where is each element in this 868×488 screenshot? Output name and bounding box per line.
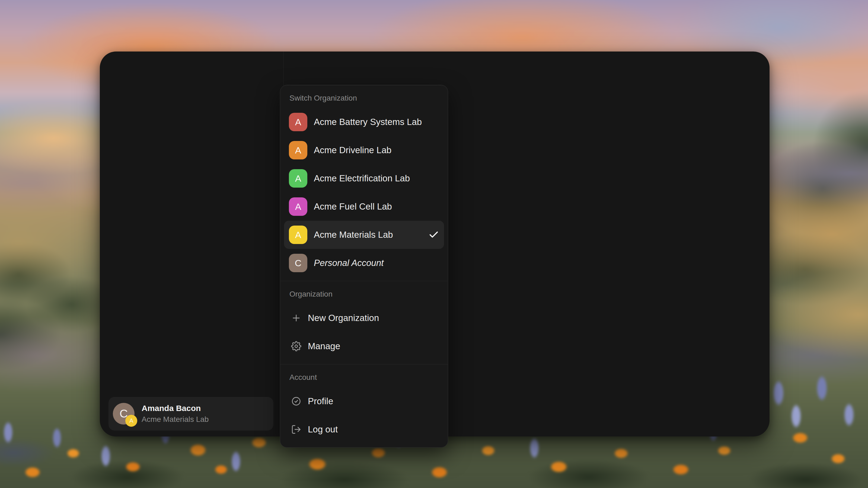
menu-item-acme-electrification-lab[interactable]: A Acme Electrification Lab: [284, 164, 444, 193]
gear-icon: [291, 341, 301, 351]
section-header: Account: [284, 369, 444, 387]
user-avatar: C A: [113, 403, 134, 425]
organization-menu: Switch Organization A Acme Battery Syste…: [280, 85, 448, 448]
section-organization: Organization New Organization Manage: [280, 281, 448, 364]
section-header: Switch Organization: [284, 90, 444, 108]
user-name: Amanda Bacon: [142, 404, 209, 413]
menu-item-manage[interactable]: Manage: [284, 332, 444, 360]
user-info: Amanda Bacon Acme Materials Lab: [142, 404, 209, 424]
org-avatar: A: [289, 169, 307, 188]
org-avatar: C: [289, 254, 307, 272]
org-badge-letter: A: [129, 417, 133, 424]
menu-item-label: New Organization: [308, 313, 379, 323]
menu-item-label: Manage: [308, 341, 340, 351]
section-header: Organization: [284, 286, 444, 304]
menu-item-label: Acme Electrification Lab: [314, 173, 410, 184]
menu-item-acme-materials-lab[interactable]: A Acme Materials Lab: [284, 221, 444, 249]
org-badge: A: [125, 415, 137, 427]
menu-item-label: Profile: [308, 396, 333, 406]
org-avatar: A: [289, 197, 307, 216]
log-out-icon: [291, 424, 301, 434]
org-avatar-letter: A: [295, 201, 301, 212]
org-avatar-letter: A: [295, 145, 301, 156]
org-avatar-letter: A: [295, 230, 301, 240]
menu-item-label: Acme Materials Lab: [314, 230, 393, 240]
org-avatar-letter: A: [295, 117, 301, 127]
badge-check-icon: [291, 396, 301, 406]
menu-item-personal-account[interactable]: C Personal Account: [284, 249, 444, 277]
menu-item-label: Personal Account: [314, 258, 383, 268]
selected-check-icon: [428, 229, 439, 240]
menu-item-label: Acme Battery Systems Lab: [314, 117, 422, 127]
section-account: Account Profile Log out: [280, 364, 448, 447]
menu-item-label: Acme Driveline Lab: [314, 145, 392, 155]
menu-item-label: Acme Fuel Cell Lab: [314, 201, 392, 212]
menu-item-profile[interactable]: Profile: [284, 387, 444, 415]
menu-item-label: Log out: [308, 424, 338, 434]
user-current-org: Acme Materials Lab: [142, 415, 209, 424]
org-avatar: A: [289, 113, 307, 131]
menu-item-new-organization[interactable]: New Organization: [284, 304, 444, 332]
section-switch-organization: Switch Organization A Acme Battery Syste…: [280, 85, 448, 281]
plus-icon: [291, 313, 301, 323]
menu-item-log-out[interactable]: Log out: [284, 415, 444, 444]
app-window: C A Amanda Bacon Acme Materials Lab Swit…: [100, 52, 770, 436]
menu-item-acme-fuel-cell-lab[interactable]: A Acme Fuel Cell Lab: [284, 193, 444, 221]
org-avatar: A: [289, 226, 307, 244]
org-avatar-letter: C: [295, 258, 302, 268]
org-avatar-letter: A: [295, 173, 301, 184]
menu-item-acme-driveline-lab[interactable]: A Acme Driveline Lab: [284, 136, 444, 164]
org-avatar: A: [289, 141, 307, 159]
user-menu-trigger[interactable]: C A Amanda Bacon Acme Materials Lab: [108, 397, 273, 430]
menu-item-acme-battery-systems-lab[interactable]: A Acme Battery Systems Lab: [284, 108, 444, 136]
